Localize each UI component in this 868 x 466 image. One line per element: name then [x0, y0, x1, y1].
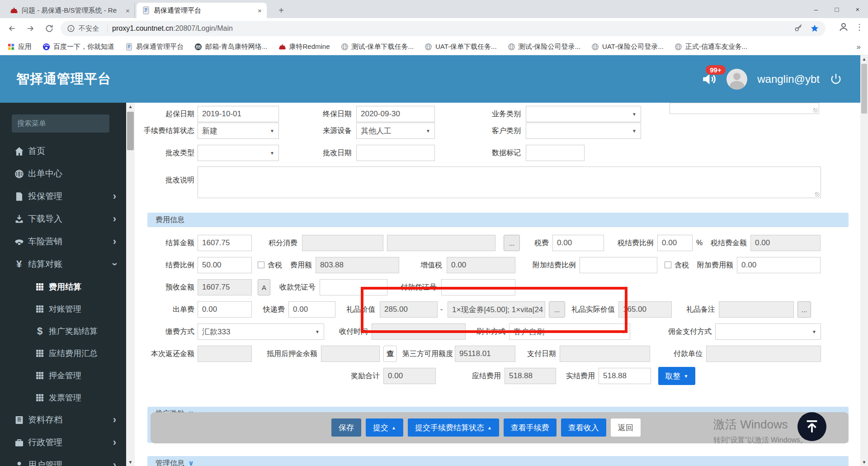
tax-input[interactable]: 0.00 [552, 235, 604, 251]
endorse-date-input[interactable] [356, 145, 435, 161]
endorse-type-select[interactable]: ▼ [198, 145, 279, 161]
window-minimize-button[interactable]: – [806, 0, 826, 18]
key-icon[interactable] [794, 24, 803, 33]
bookmark-item[interactable]: UAT-保险公司登录... [591, 43, 664, 51]
settle-amount-input[interactable]: 1607.75 [198, 235, 252, 251]
sidebar-item-deposit-mgmt[interactable]: 押金管理 [0, 364, 126, 386]
bookmark-item[interactable]: 测试-保险公司登录... [508, 43, 581, 51]
security-label[interactable]: 不安全 [79, 24, 99, 33]
round-button[interactable]: 取整▼ [658, 367, 695, 385]
browser-tab-strip: 问题 - 易保通-B/S管理系统 - Re × 易保通管理平台 × + – □ … [0, 0, 868, 18]
close-icon[interactable]: × [258, 7, 262, 14]
save-button[interactable]: 保存 [331, 418, 361, 437]
back-button[interactable] [5, 22, 19, 35]
bookmark-item[interactable]: 易保通管理平台 [125, 43, 184, 51]
sidebar-item-promo-reward-settle[interactable]: $ 推广奖励结算 [0, 320, 126, 342]
bookmark-star-icon[interactable] [810, 24, 819, 33]
close-icon[interactable]: × [126, 7, 130, 14]
browser-tab-redmine[interactable]: 问题 - 易保通-B/S管理系统 - Re × [5, 3, 135, 18]
extra-tax-included-checkbox[interactable] [665, 262, 671, 268]
refresh-button[interactable] [42, 22, 56, 35]
a-button[interactable]: A [258, 279, 270, 295]
logout-power-icon[interactable] [830, 73, 842, 86]
commission-pay-select[interactable]: ▼ [715, 323, 821, 340]
extra-fee-amount-input[interactable]: 0.00 [737, 257, 821, 273]
fee-settle-status-select[interactable]: 新建▼ [198, 123, 279, 139]
sidebar-item-settle-reconcile[interactable]: ¥ 结算对账 › [0, 253, 126, 276]
bookmark-item[interactable]: 测试-保单下载任务... [341, 43, 414, 51]
sidebar-item-fee-settlement[interactable]: 费用结算 [0, 276, 126, 298]
scroll-up-icon[interactable]: ▲ [126, 103, 135, 110]
divider [107, 24, 108, 33]
info-icon[interactable] [67, 24, 75, 33]
sidebar-item-home[interactable]: 首页 [0, 140, 126, 162]
sidebar-scrollbar[interactable]: ▲ ▼ [126, 103, 135, 466]
gift-note-more-button[interactable]: ... [797, 301, 811, 318]
search-input[interactable] [17, 119, 111, 128]
customer-type-select[interactable]: ▼ [526, 123, 641, 139]
bookmarks-overflow-icon[interactable]: » [857, 43, 861, 52]
data-mark-input[interactable] [526, 145, 585, 161]
sidebar-item-admin-mgmt[interactable]: 行政管理 › [0, 431, 126, 454]
settle-ratio-input[interactable]: 50.00 [198, 257, 252, 273]
browser-tab-ybt[interactable]: 易保通管理平台 × [137, 3, 267, 18]
tax-settle-ratio-input[interactable]: 0.00 [657, 235, 693, 251]
bookmark-item[interactable]: 应用 [7, 43, 32, 51]
source-device-select[interactable]: 其他人工▼ [356, 123, 435, 139]
bookmark-item[interactable]: 正式-信通车友业务... [675, 43, 748, 51]
scroll-down-icon[interactable]: ▼ [126, 458, 135, 466]
new-tab-button[interactable]: + [275, 5, 288, 17]
back-button-form[interactable]: 返回 [611, 418, 641, 437]
activate-windows-watermark: 激活 Windows 转到“设置”以激活 Windows。 [713, 417, 807, 445]
scroll-down-icon[interactable]: ▼ [860, 458, 868, 466]
field-label: 应结费用 [469, 368, 501, 384]
bookmark-item[interactable]: 百度一下，你就知道 [42, 43, 114, 51]
sidebar-item-auto-marketing[interactable]: 车险营销 › [0, 230, 126, 253]
view-income-button[interactable]: 查看收入 [561, 418, 606, 437]
field-label: 费用额 [287, 257, 312, 273]
sidebar-search[interactable] [12, 114, 109, 133]
window-maximize-button[interactable]: □ [826, 0, 847, 18]
extra-settle-ratio-input[interactable] [580, 257, 657, 273]
globe-favicon [341, 43, 349, 51]
check-button[interactable]: 查 [383, 346, 397, 362]
sidebar-item-user-mgmt[interactable]: 用户管理 › [0, 454, 126, 466]
page-scrollbar[interactable]: ▲ ▼ [860, 55, 868, 466]
sidebar-item-payable-summary[interactable]: 应结费用汇总 [0, 342, 126, 364]
window-close-button[interactable]: × [847, 0, 868, 18]
sidebar-item-reconcile-mgmt[interactable]: 对账管理 [0, 298, 126, 320]
back-to-top-button[interactable] [797, 412, 826, 441]
sidebar-item-issue-center[interactable]: 出单中心 [0, 162, 126, 185]
submit-button[interactable]: 提交▲ [366, 418, 403, 437]
scrollbar-thumb[interactable] [127, 112, 134, 150]
tax-included-checkbox[interactable] [258, 262, 264, 268]
sidebar-item-download-import[interactable]: 下载导入 › [0, 208, 126, 230]
profile-icon[interactable] [838, 22, 849, 33]
business-type-select[interactable]: ▼ [526, 106, 641, 122]
bookmark-item[interactable]: 康特Redmine [278, 43, 330, 51]
endorse-note-textarea[interactable] [198, 166, 821, 198]
avatar[interactable] [726, 69, 747, 90]
forward-button[interactable] [24, 22, 37, 35]
start-date-input[interactable]: 2019-10-01 [198, 106, 279, 122]
username: wanglin@ybt [757, 73, 820, 86]
sidebar-item-archive[interactable]: 资料存档 › [0, 409, 126, 431]
bookmark-item[interactable]: UAT-保单下载任务... [425, 43, 497, 51]
address-bar[interactable]: 不安全 proxy1.countnet.cn :20807/Login/Main [61, 21, 826, 36]
bookmark-item[interactable]: 邮箱-青岛康特网络... [194, 43, 268, 51]
scrollbar-thumb[interactable] [861, 64, 867, 114]
points-more-button[interactable]: ... [504, 235, 520, 251]
gift-note-input [719, 301, 794, 318]
sidebar-item-invoice-mgmt[interactable]: 发票管理 [0, 386, 126, 409]
scroll-up-icon[interactable]: ▲ [860, 55, 868, 63]
browser-menu-icon[interactable]: ⋮ [855, 22, 863, 32]
pay-method-select[interactable]: 汇款333▼ [198, 323, 324, 340]
issue-fee-input[interactable]: 0.00 [198, 301, 252, 318]
end-date-input[interactable]: 2020-09-30 [356, 106, 435, 122]
sidebar-item-insure-mgmt[interactable]: 投保管理 › [0, 185, 126, 208]
view-fee-button[interactable]: 查看手续费 [504, 418, 557, 437]
notification-speaker-icon[interactable]: 99+ [701, 71, 717, 87]
submit-fee-status-button[interactable]: 提交手续费结算状态▲ [408, 418, 499, 437]
actual-fee-input[interactable]: 518.88 [599, 368, 651, 384]
express-fee-input[interactable]: 0.00 [288, 301, 335, 318]
